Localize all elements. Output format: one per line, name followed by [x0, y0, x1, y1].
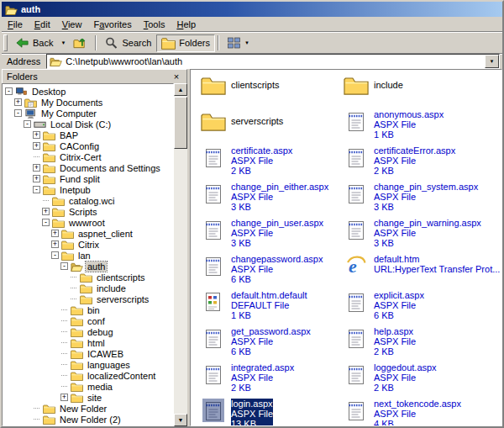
- file-name[interactable]: anonymous.aspx: [374, 109, 444, 119]
- address-value[interactable]: C:\Inetpub\wwwroot\lan\auth: [66, 56, 182, 66]
- file-item-default-htm[interactable]: edefault.htmURL:HyperText Transfer Prot.…: [342, 254, 500, 277]
- file-name[interactable]: change_pin_user.aspx: [231, 218, 323, 228]
- file-item-change-pin-system-aspx[interactable]: change_pin_system.aspxASPX File3 KB: [342, 182, 478, 212]
- tree-node-debug[interactable]: debug: [3, 326, 173, 337]
- file-name[interactable]: changepassword.aspx: [231, 254, 323, 264]
- tree-node-citrix-cert[interactable]: Citrix-Cert: [3, 151, 173, 162]
- collapse-toggle-icon[interactable]: -: [24, 120, 31, 128]
- tree-node-new-folder[interactable]: New Folder: [3, 403, 173, 414]
- menu-view[interactable]: View: [56, 18, 88, 30]
- file-item-certificateerror-aspx[interactable]: certificateError.aspxASPX File2 KB: [342, 145, 455, 176]
- file-item-change-pin-either-aspx[interactable]: change_pin_either.aspxASPX File3 KB: [199, 182, 328, 212]
- tree-node-local-disk-c[interactable]: -Local Disk (C:): [3, 119, 173, 129]
- tree-node-auth[interactable]: -auth: [3, 261, 173, 272]
- file-item-changepassword-aspx[interactable]: changepassword.aspxASPX File6 KB: [199, 254, 323, 284]
- views-button[interactable]: ▼: [222, 34, 255, 52]
- menu-tools[interactable]: Tools: [138, 18, 171, 30]
- tree-node-scripts[interactable]: +Scripts: [3, 206, 173, 217]
- file-item-help-aspx[interactable]: help.aspxASPX File2 KB: [342, 326, 416, 357]
- tree-node-documents-and-settings[interactable]: +Documents and Settings: [3, 162, 173, 173]
- file-name[interactable]: explicit.aspx: [374, 290, 424, 300]
- file-name[interactable]: serverscripts: [231, 116, 283, 126]
- file-name[interactable]: next_tokencode.aspx: [374, 399, 461, 409]
- tree-node-caconfig[interactable]: +CAConfig: [3, 140, 173, 151]
- tree-node-serverscripts[interactable]: serverscripts: [3, 293, 173, 304]
- expand-toggle-icon[interactable]: +: [33, 142, 40, 150]
- address-dropdown-button[interactable]: ▼: [485, 55, 499, 68]
- tree-node-languages[interactable]: languages: [3, 359, 173, 370]
- expand-toggle-icon[interactable]: +: [33, 164, 40, 172]
- collapse-toggle-icon[interactable]: -: [5, 87, 13, 95]
- file-name[interactable]: loggedout.aspx: [374, 362, 437, 373]
- tree-node-lan[interactable]: -lan: [3, 250, 173, 261]
- back-dropdown-button[interactable]: ▼: [58, 34, 68, 52]
- tree-node-bin[interactable]: bin: [3, 304, 173, 315]
- tree-node-media[interactable]: media: [3, 381, 173, 392]
- tree-node-inetpub[interactable]: -Inetpub: [3, 184, 173, 195]
- title-bar[interactable]: auth: [2, 2, 502, 17]
- tree-node-new-folder-2[interactable]: New Folder (2): [3, 414, 173, 425]
- file-item-next-tokencode-aspx[interactable]: next_tokencode.aspxASPX File4 KB: [342, 399, 461, 426]
- tree-node-html[interactable]: html: [3, 337, 173, 348]
- folder-item-include[interactable]: include: [342, 73, 403, 97]
- collapse-toggle-icon[interactable]: -: [42, 219, 50, 226]
- file-name[interactable]: help.aspx: [374, 326, 416, 336]
- tree-node-my-documents[interactable]: +My Documents: [3, 97, 173, 108]
- tree-node-fund-split[interactable]: +Fund split: [3, 173, 173, 184]
- address-combo[interactable]: C:\Inetpub\wwwroot\lan\auth ▼: [46, 54, 500, 69]
- file-name[interactable]: clientscripts: [231, 80, 279, 90]
- tree-node-conf[interactable]: conf: [3, 315, 173, 326]
- back-button[interactable]: Back: [10, 34, 58, 52]
- file-item-anonymous-aspx[interactable]: anonymous.aspxASPX File1 KB: [342, 109, 444, 140]
- tree-node-citrix[interactable]: +Citrix: [3, 239, 173, 250]
- collapse-toggle-icon[interactable]: -: [33, 186, 40, 193]
- search-button[interactable]: Search: [99, 34, 156, 52]
- file-item-change-pin-warning-aspx[interactable]: change_pin_warning.aspxASPX File3 KB: [342, 218, 481, 248]
- folder-item-clientscripts[interactable]: clientscripts: [199, 73, 279, 97]
- file-item-default-htm-default[interactable]: default.htm.defaultDEFAULT File1 KB: [199, 290, 307, 320]
- scroll-up-button[interactable]: ▲: [174, 83, 187, 96]
- scroll-down-button[interactable]: ▼: [174, 414, 187, 426]
- tree-node-bap[interactable]: +BAP: [3, 129, 173, 140]
- tree-node-icaweb[interactable]: ICAWEB: [3, 348, 173, 359]
- file-name[interactable]: change_pin_either.aspx: [231, 182, 328, 192]
- file-item-integrated-aspx[interactable]: integrated.aspxASPX File2 KB: [199, 362, 294, 393]
- menu-file[interactable]: File: [2, 18, 29, 30]
- expand-toggle-icon[interactable]: +: [14, 98, 22, 106]
- expand-toggle-icon[interactable]: +: [60, 394, 68, 401]
- tree-node-catalog-wci[interactable]: catalog.wci: [3, 195, 173, 206]
- expand-toggle-icon[interactable]: +: [33, 175, 40, 182]
- file-name[interactable]: certificateError.aspx: [374, 145, 455, 156]
- file-item-loggedout-aspx[interactable]: loggedout.aspxASPX File2 KB: [342, 362, 437, 393]
- collapse-toggle-icon[interactable]: -: [60, 262, 68, 270]
- menu-help[interactable]: Help: [171, 18, 202, 30]
- menu-favorites[interactable]: Favorites: [87, 18, 137, 30]
- file-name[interactable]: certificate.aspx: [231, 145, 292, 156]
- collapse-toggle-icon[interactable]: -: [51, 251, 59, 259]
- expand-toggle-icon[interactable]: +: [42, 208, 50, 215]
- file-name[interactable]: default.htm: [374, 254, 500, 264]
- toolbar-grip[interactable]: [3, 34, 8, 51]
- tree-node-new-folder-3[interactable]: New Folder (3): [3, 425, 173, 426]
- tree-node-aspnet-client[interactable]: +aspnet_client: [3, 228, 173, 239]
- tree-node-site[interactable]: +site: [3, 392, 173, 403]
- tree-node-wwwroot[interactable]: -wwwroot: [3, 217, 173, 228]
- close-icon[interactable]: ×: [171, 71, 182, 82]
- file-name[interactable]: default.htm.default: [231, 290, 307, 300]
- collapse-toggle-icon[interactable]: -: [14, 109, 22, 117]
- tree-scrollbar[interactable]: ▲ ▼: [174, 83, 187, 426]
- file-name[interactable]: include: [374, 80, 403, 90]
- file-item-certificate-aspx[interactable]: certificate.aspxASPX File2 KB: [199, 145, 292, 176]
- expand-toggle-icon[interactable]: +: [33, 131, 40, 139]
- file-name[interactable]: get_password.aspx: [231, 326, 311, 336]
- folders-button[interactable]: Folders: [156, 34, 215, 52]
- file-name[interactable]: change_pin_system.aspx: [374, 182, 478, 192]
- tree-node-clientscripts[interactable]: clientscripts: [3, 272, 173, 283]
- file-item-login-aspx[interactable]: login.aspxASPX File13 KB: [199, 399, 273, 426]
- file-name[interactable]: integrated.aspx: [231, 362, 294, 373]
- folder-item-serverscripts[interactable]: serverscripts: [199, 109, 283, 133]
- expand-toggle-icon[interactable]: +: [51, 240, 59, 248]
- file-item-change-pin-user-aspx[interactable]: change_pin_user.aspxASPX File3 KB: [199, 218, 323, 248]
- tree-node-localizedcontent[interactable]: localizedContent: [3, 370, 173, 381]
- expand-toggle-icon[interactable]: +: [51, 230, 59, 237]
